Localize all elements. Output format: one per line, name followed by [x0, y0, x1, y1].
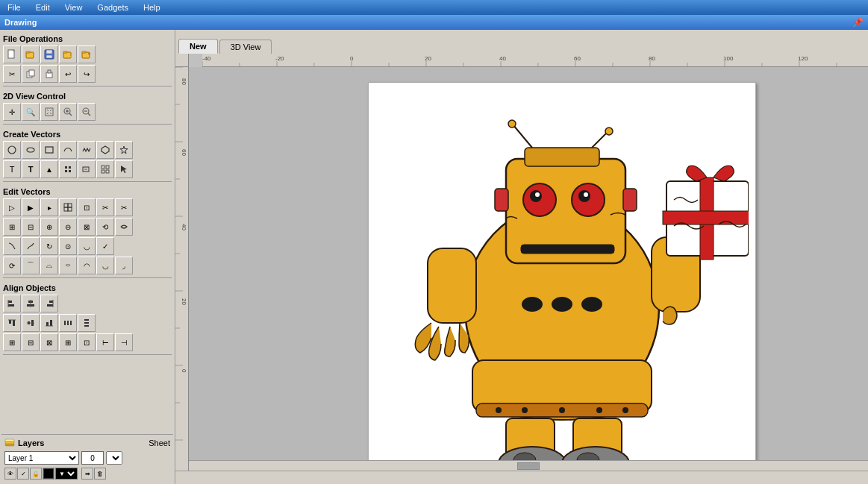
ellipse-tool-btn[interactable] [22, 141, 40, 159]
distribute-h-btn[interactable] [59, 314, 77, 332]
align-right-btn[interactable] [40, 295, 58, 312]
redo-btn[interactable]: ↪ [78, 65, 96, 83]
ev4-btn4[interactable]: ⌔ [59, 257, 77, 274]
copy-btn[interactable] [22, 65, 40, 83]
align-extra6[interactable]: ⊢ [96, 333, 114, 351]
zoom-fit-btn[interactable] [40, 103, 58, 121]
ev-btn2[interactable]: ⊟ [22, 218, 40, 236]
ev-btn1[interactable]: ⊞ [3, 218, 21, 236]
deselect-btn[interactable]: ▸ [40, 198, 58, 216]
new-file-btn[interactable] [3, 45, 21, 63]
polygon-tool-btn[interactable] [96, 141, 114, 159]
ev4-btn5[interactable]: ◠ [78, 257, 96, 274]
save-file-btn[interactable] [40, 45, 58, 63]
distribute-v-btn[interactable] [78, 314, 96, 332]
svg-point-133 [605, 128, 613, 135]
ev-btn5[interactable]: ⊠ [78, 218, 96, 236]
pan-btn[interactable]: ✛ [3, 103, 21, 121]
zoom-in-btn[interactable] [59, 103, 77, 121]
align-top-btn[interactable] [3, 314, 21, 332]
ev4-btn6[interactable]: ◡ [96, 257, 114, 274]
align-bottom-btn[interactable] [40, 314, 58, 332]
paste-btn[interactable] [40, 65, 58, 83]
menu-gadgets[interactable]: Gadgets [93, 2, 133, 13]
zigzag-tool-btn[interactable] [78, 141, 96, 159]
cursor-tool-btn[interactable] [115, 160, 133, 178]
menu-view[interactable]: View [60, 2, 87, 13]
ev-btn4[interactable]: ⊖ [59, 218, 77, 236]
h-scroll-thumb[interactable] [517, 462, 540, 470]
h-scrollbar[interactable] [189, 460, 868, 471]
save-as-btn[interactable]: ▶ [59, 45, 77, 63]
tab-3dview[interactable]: 3D View [219, 40, 272, 54]
layer-check-btn[interactable]: ✓ [17, 468, 29, 480]
svg-rect-140 [495, 189, 508, 211]
menu-edit[interactable]: Edit [31, 2, 54, 13]
cut-btn[interactable]: ✂ [3, 65, 21, 83]
ev4-btn1[interactable]: ⟳ [3, 257, 21, 274]
open-file-btn[interactable] [22, 45, 40, 63]
knife-btn[interactable]: ✂ [96, 198, 114, 216]
pin-icon[interactable]: 📌 [852, 17, 864, 28]
ev-btn6[interactable]: ⟲ [96, 218, 114, 236]
align-center-btn[interactable] [22, 295, 40, 312]
zoom-region-btn[interactable]: 🔍 [22, 103, 40, 121]
menu-file[interactable]: File [3, 2, 25, 13]
ev-btn7[interactable] [115, 218, 133, 236]
ev3-btn6[interactable]: ✓ [96, 237, 114, 255]
ev4-btn2[interactable]: ⌒ [22, 257, 40, 274]
label-tool-btn[interactable] [78, 160, 96, 178]
ev-btn3[interactable]: ⊕ [40, 218, 58, 236]
close-file-btn[interactable] [78, 45, 96, 63]
align-extra7[interactable]: ⊣ [115, 333, 133, 351]
layer-select[interactable]: Layer 1 [4, 451, 79, 465]
ev4-btn3[interactable]: ⌓ [40, 257, 58, 274]
star-tool-btn[interactable] [115, 141, 133, 159]
rect-tool-btn[interactable] [40, 141, 58, 159]
zoom-out-btn[interactable] [78, 103, 96, 121]
align-extra2[interactable]: ⊟ [22, 333, 40, 351]
divider1 [3, 86, 172, 87]
layer-visible-btn[interactable]: 👁 [4, 468, 16, 480]
add-layer-btn[interactable]: ➡ [81, 468, 93, 480]
select-tool-btn[interactable]: ▲ [40, 160, 58, 178]
undo-btn[interactable]: ↩ [59, 65, 77, 83]
grid-tool-btn[interactable] [96, 160, 114, 178]
sheet-dropdown[interactable]: ▼ [106, 451, 122, 465]
status-bar [175, 471, 868, 484]
tab-new[interactable]: New [178, 39, 218, 54]
del-layer-btn[interactable]: 🗑 [94, 468, 106, 480]
circle-tool-btn[interactable] [3, 141, 21, 159]
ev3-btn3[interactable]: ↻ [40, 237, 58, 255]
bold-text-tool-btn[interactable]: T [22, 160, 40, 178]
svg-line-132 [592, 133, 607, 148]
layer-color-btn[interactable] [43, 468, 54, 480]
ev3-btn4[interactable]: ⊙ [59, 237, 77, 255]
sheet-input[interactable] [81, 451, 104, 465]
tabs-bar: New 3D View [175, 30, 868, 54]
select-node-btn[interactable]: ▶ [22, 198, 40, 216]
layer-lock-btn[interactable]: 🔒 [30, 468, 42, 480]
transform-btn[interactable]: ⊡ [78, 198, 96, 216]
layer-style-select[interactable]: ▼ [55, 468, 78, 480]
align-extra4[interactable]: ⊞ [59, 333, 77, 351]
scissors-btn[interactable]: ✂ [115, 198, 133, 216]
ev3-btn2[interactable] [22, 237, 40, 255]
ev3-btn1[interactable] [3, 237, 21, 255]
align-extra5[interactable]: ⊡ [78, 333, 96, 351]
menu-help[interactable]: Help [139, 2, 165, 13]
align-middle-btn[interactable] [22, 314, 40, 332]
node-edit-btn[interactable] [59, 160, 77, 178]
select-all-btn[interactable]: ▷ [3, 198, 21, 216]
layers-header: Layers Sheet [3, 436, 172, 450]
align-extra3[interactable]: ⊠ [40, 333, 58, 351]
text-tool-btn[interactable]: T [3, 160, 21, 178]
svg-rect-2 [26, 51, 30, 53]
align-left-btn[interactable] [3, 295, 21, 312]
ev4-btn7[interactable]: ◞ [115, 257, 133, 274]
bezier-tool-btn[interactable] [59, 141, 77, 159]
ev3-btn5[interactable]: ◡ [78, 237, 96, 255]
svg-rect-72 [5, 444, 14, 446]
group-btn[interactable] [59, 198, 77, 216]
align-extra1[interactable]: ⊞ [3, 333, 21, 351]
